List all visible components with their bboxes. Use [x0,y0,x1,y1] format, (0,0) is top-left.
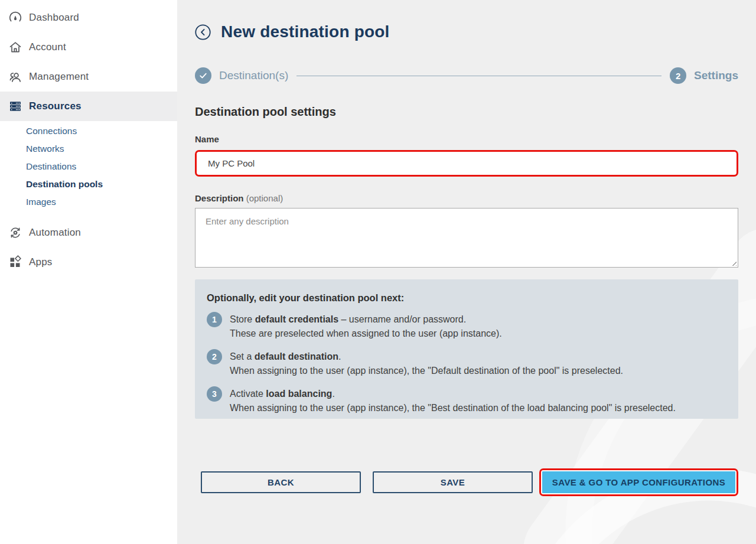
info-box: Optionally, edit your destination pool n… [195,279,738,419]
sidebar-item-dashboard[interactable]: Dashboard [0,3,177,32]
sidebar-item-networks[interactable]: Networks [0,140,177,158]
description-field-wrap [195,208,738,268]
sidebar-item-destinations[interactable]: Destinations [0,158,177,175]
page-header: New destination pool [195,0,738,41]
wizard-stepper: Destination(s) 2 Settings [195,67,738,84]
stepper-step-destinations[interactable]: Destination(s) [195,67,288,84]
step-completed-circle [195,67,211,84]
step-number-badge: 1 [207,312,222,327]
annotation-highlight-name-field [195,150,738,177]
sidebar-item-resources[interactable]: Resources [0,92,177,121]
app-window: Dashboard Account Management [0,0,756,544]
sidebar-item-label: Account [29,41,66,53]
page-title: New destination pool [221,22,390,41]
optional-hint: (optional) [246,193,284,203]
info-item-2: 2 Set a default destination. When assign… [207,350,726,378]
sidebar-item-label: Management [29,71,89,83]
people-icon [8,70,22,84]
stepper-connector-line [296,76,662,76]
gauge-icon [8,11,22,25]
resources-sub-list: Connections Networks Destinations Destin… [0,122,177,211]
sidebar-spacer [0,213,177,218]
main-content: New destination pool Destination(s) 2 Se… [177,0,756,544]
info-box-title: Optionally, edit your destination pool n… [207,292,726,304]
info-item-3: 3 Activate load balancing. When assignin… [207,387,726,415]
checkmark-icon [198,71,208,80]
info-item-text: Activate load balancing. When assigning … [230,387,676,415]
sidebar-item-label: Automation [29,227,81,239]
sidebar-item-automation[interactable]: Automation [0,218,177,247]
step-number-circle: 2 [670,67,686,84]
sidebar-item-destination-pools[interactable]: Destination pools [0,175,177,193]
save-and-go-to-app-configurations-button[interactable]: SAVE & GO TO APP CONFIGURATIONS [542,471,735,493]
save-button[interactable]: SAVE [373,471,533,493]
name-field-label: Name [195,134,738,144]
step-number-badge: 3 [207,386,222,402]
sidebar-item-label: Dashboard [29,12,79,24]
back-button[interactable] [195,24,211,40]
description-textarea[interactable] [195,208,738,268]
sidebar-item-label: Apps [29,256,53,268]
back-arrow-icon [195,24,211,40]
info-item-1: 1 Store default credentials – username a… [207,312,726,341]
stepper-step-settings: 2 Settings [670,67,738,84]
info-item-text: Store default credentials – username and… [230,312,502,341]
description-field-label: Description (optional) [195,193,738,203]
apps-icon [8,255,22,269]
sidebar-item-apps[interactable]: Apps [0,247,177,277]
sidebar-item-management[interactable]: Management [0,62,177,92]
automation-icon [8,226,22,240]
servers-icon [8,99,22,113]
step-label: Settings [694,69,738,82]
sidebar-item-images[interactable]: Images [0,193,177,211]
home-icon [8,40,22,54]
step-label: Destination(s) [219,69,288,82]
step-number-badge: 2 [207,349,222,364]
annotation-highlight-save-go-button: SAVE & GO TO APP CONFIGURATIONS [539,468,738,496]
back-button-footer[interactable]: BACK [201,471,361,493]
info-item-text: Set a default destination. When assignin… [230,350,623,378]
sidebar-item-account[interactable]: Account [0,32,177,62]
footer-actions: BACK SAVE SAVE & GO TO APP CONFIGURATION… [195,468,738,496]
description-label-text: Description [195,193,244,203]
section-title: Destination pool settings [195,105,738,119]
sidebar: Dashboard Account Management [0,0,177,544]
name-input[interactable] [198,153,735,174]
sidebar-item-connections[interactable]: Connections [0,122,177,140]
sidebar-item-label: Resources [29,100,82,112]
